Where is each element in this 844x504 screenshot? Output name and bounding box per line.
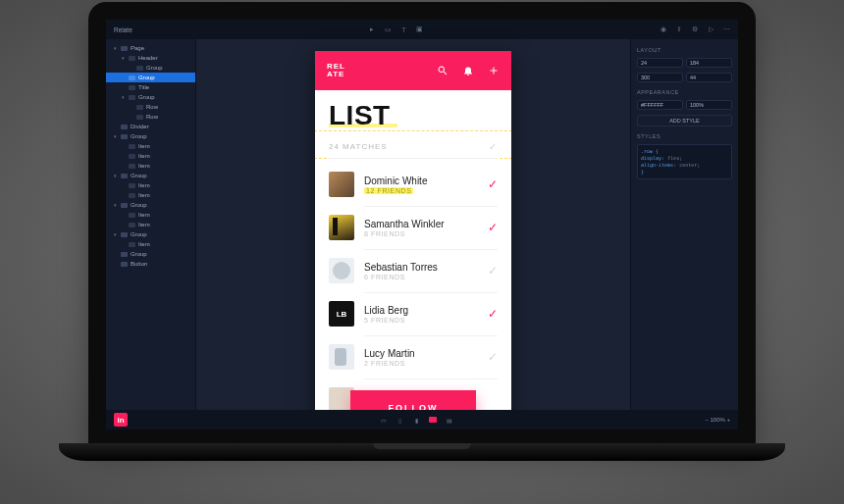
layer-type-icon: [129, 76, 135, 80]
layer-row[interactable]: Row: [106, 102, 195, 112]
layer-type-icon: [129, 144, 135, 149]
layer-row[interactable]: Divider: [106, 122, 195, 131]
layer-type-icon: [121, 262, 128, 267]
accent-chip[interactable]: [429, 417, 437, 423]
workarea: ▾Page▾HeaderGroupGroupTitle▾GroupRowRowD…: [106, 39, 738, 410]
avatar: LB: [329, 301, 354, 327]
layer-row[interactable]: Group: [106, 63, 195, 73]
layer-label: Group: [131, 202, 147, 208]
matches-row: 24 MATCHES ✓: [315, 131, 511, 158]
item-main: Lucy Martin2 FRIENDS: [364, 348, 478, 367]
layer-row[interactable]: ▾Group: [106, 171, 195, 180]
layer-type-icon: [121, 174, 128, 178]
layer-label: Title: [138, 84, 149, 90]
layer-label: Page: [131, 45, 144, 51]
layer-row[interactable]: Group: [106, 249, 195, 259]
layer-row[interactable]: ▾Page: [106, 43, 195, 53]
app-badge[interactable]: in: [114, 413, 128, 427]
layer-row[interactable]: Item: [106, 239, 195, 249]
user-icon[interactable]: ◉: [659, 25, 667, 33]
chevron-down-icon[interactable]: ▾: [112, 133, 118, 139]
layer-row[interactable]: Row: [106, 112, 195, 122]
layer-row[interactable]: ▾Group: [106, 92, 195, 102]
layer-row[interactable]: Group: [106, 73, 195, 82]
zoom-controls[interactable]: – 100% +: [705, 417, 730, 423]
more-icon[interactable]: ⋯: [722, 25, 730, 33]
bell-icon[interactable]: [462, 65, 474, 76]
add-style-button[interactable]: ADD STYLE: [637, 115, 732, 126]
layer-row[interactable]: Title: [106, 82, 195, 92]
prop-opacity[interactable]: 100%: [686, 100, 732, 110]
settings-icon[interactable]: ⚙: [691, 25, 699, 33]
people-list: Dominic White12 FRIENDS✓Samantha Winkler…: [315, 159, 511, 422]
prop-w[interactable]: 300: [637, 73, 683, 82]
layer-label: Header: [138, 55, 158, 61]
chevron-down-icon[interactable]: ▾: [120, 55, 126, 61]
search-icon[interactable]: [437, 65, 448, 76]
layer-row[interactable]: ▾Group: [106, 229, 195, 239]
layer-row[interactable]: Item: [106, 151, 195, 161]
tablet-view-icon[interactable]: ▯: [396, 416, 404, 425]
list-item[interactable]: Lucy Martin2 FRIENDS✓: [315, 335, 511, 378]
layer-label: Item: [138, 182, 150, 188]
layer-row[interactable]: ▾Group: [106, 131, 195, 141]
layer-row[interactable]: Item: [106, 141, 195, 151]
mobile-header: REL ATE: [315, 51, 511, 90]
layer-type-icon: [136, 115, 143, 120]
shape-tool-icon[interactable]: ▭: [384, 25, 392, 33]
chevron-down-icon[interactable]: ▾: [120, 94, 126, 100]
layer-label: Divider: [131, 124, 149, 129]
layer-type-icon: [129, 223, 135, 227]
section-code: STYLES: [637, 133, 732, 139]
layer-label: Group: [138, 75, 155, 80]
chevron-down-icon[interactable]: ▾: [112, 45, 118, 51]
pointer-tool-icon[interactable]: ▸: [368, 25, 376, 33]
layer-row[interactable]: Item: [106, 190, 195, 200]
prop-y[interactable]: 184: [686, 58, 732, 68]
layer-label: Group: [131, 133, 147, 139]
layer-type-icon: [129, 213, 135, 218]
layer-type-icon: [121, 46, 128, 51]
person-sub: 5 FRIENDS: [364, 317, 478, 324]
desktop-view-icon[interactable]: ▭: [379, 416, 388, 425]
prop-x[interactable]: 24: [637, 58, 683, 68]
layer-row[interactable]: Item: [106, 161, 195, 171]
canvas[interactable]: REL ATE: [196, 39, 630, 410]
layer-row[interactable]: Item: [106, 220, 195, 229]
text-tool-icon[interactable]: T: [399, 25, 407, 33]
ruler-icon[interactable]: ▤: [445, 416, 453, 425]
layer-label: Group: [131, 231, 147, 237]
project-name: Relate: [114, 26, 132, 33]
toolbar-center: ▸ ▭ T ▣: [368, 25, 423, 33]
check-icon: ✓: [488, 177, 498, 191]
layer-label: Group: [146, 65, 163, 71]
layer-row[interactable]: Item: [106, 180, 195, 190]
share-icon[interactable]: ⇪: [675, 25, 683, 33]
list-item[interactable]: Samantha Winkler8 FRIENDS✓: [315, 206, 511, 249]
list-item[interactable]: Dominic White12 FRIENDS✓: [315, 163, 511, 206]
chevron-down-icon[interactable]: ▾: [112, 231, 118, 237]
layer-type-icon: [136, 66, 143, 71]
layer-label: Item: [138, 222, 150, 227]
mobile-view-icon[interactable]: ▮: [412, 416, 421, 425]
preview-icon[interactable]: ▷: [707, 25, 714, 33]
layer-row[interactable]: Item: [106, 210, 195, 220]
layer-row[interactable]: ▾Header: [106, 53, 195, 63]
layer-row[interactable]: Button: [106, 259, 195, 269]
highlight-tag: 12 FRIENDS: [364, 187, 413, 194]
logo-line-2: ATE: [327, 71, 345, 78]
layer-row[interactable]: ▾Group: [106, 200, 195, 210]
plus-icon[interactable]: [488, 65, 500, 76]
prop-fill[interactable]: #FFFFFF: [637, 100, 683, 110]
list-item[interactable]: LBLidia Berg5 FRIENDS✓: [315, 292, 511, 335]
layer-type-icon: [129, 95, 135, 100]
person-sub: 2 FRIENDS: [364, 360, 478, 367]
image-tool-icon[interactable]: ▣: [415, 25, 423, 33]
list-item[interactable]: Sebastian Torres6 FRIENDS✓: [315, 249, 511, 292]
layers-panel: ▾Page▾HeaderGroupGroupTitle▾GroupRowRowD…: [106, 39, 196, 410]
section-appearance: APPEARANCE: [637, 89, 732, 95]
prop-h[interactable]: 44: [686, 73, 732, 82]
chevron-down-icon[interactable]: ▾: [112, 202, 118, 208]
chevron-down-icon[interactable]: ▾: [112, 173, 118, 178]
avatar: [329, 258, 354, 283]
